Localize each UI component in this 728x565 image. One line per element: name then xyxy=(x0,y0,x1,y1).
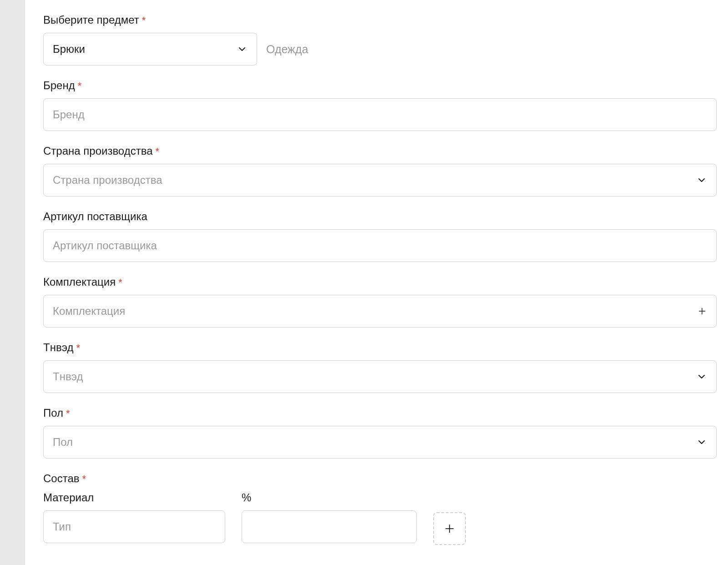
plus-icon xyxy=(443,522,456,535)
item-category-text: Одежда xyxy=(266,43,308,56)
percent-input[interactable] xyxy=(242,510,417,543)
tnved-placeholder: Тнвэд xyxy=(53,370,83,383)
form-container: Выберите предмет * Брюки Одежда Бренд * … xyxy=(25,0,728,565)
label-item-select: Выберите предмет * xyxy=(43,14,717,26)
label-composition: Состав * xyxy=(43,472,717,485)
sidebar-gap xyxy=(0,0,25,565)
equipment-placeholder: Комплектация xyxy=(53,305,125,318)
required-star: * xyxy=(78,80,82,92)
label-text: Пол xyxy=(43,407,63,419)
label-text: Артикул поставщика xyxy=(43,210,147,223)
label-text: Страна производства xyxy=(43,145,153,157)
field-gender: Пол * Пол xyxy=(43,407,717,459)
label-supplier-article: Артикул поставщика xyxy=(43,210,717,223)
add-composition-button[interactable] xyxy=(433,512,466,545)
material-label: Материал xyxy=(43,491,225,504)
item-select-dropdown[interactable]: Брюки xyxy=(43,33,257,66)
field-tnved: Тнвэд * Тнвэд xyxy=(43,341,717,393)
label-gender: Пол * xyxy=(43,407,717,419)
item-select-value: Брюки xyxy=(53,43,85,55)
field-country: Страна производства * Страна производств… xyxy=(43,145,717,197)
field-brand: Бренд * xyxy=(43,79,717,131)
label-text: Выберите предмет xyxy=(43,14,139,26)
required-star: * xyxy=(76,342,80,354)
equipment-input[interactable]: Комплектация xyxy=(43,295,717,328)
tnved-dropdown[interactable]: Тнвэд xyxy=(43,360,717,393)
required-star: * xyxy=(142,15,146,26)
gender-dropdown[interactable]: Пол xyxy=(43,426,717,459)
chevron-down-icon xyxy=(237,44,248,55)
percent-column: % xyxy=(242,491,417,543)
material-column: Материал xyxy=(43,491,225,543)
label-text: Бренд xyxy=(43,79,75,92)
item-select-row: Брюки Одежда xyxy=(43,33,717,66)
material-input[interactable] xyxy=(43,510,225,543)
label-text: Состав xyxy=(43,472,80,485)
chevron-down-icon xyxy=(696,437,707,448)
field-item-select: Выберите предмет * Брюки Одежда xyxy=(43,14,717,66)
required-star: * xyxy=(66,408,70,419)
label-brand: Бренд * xyxy=(43,79,717,92)
field-equipment: Комплектация * Комплектация xyxy=(43,276,717,328)
label-tnved: Тнвэд * xyxy=(43,341,717,354)
chevron-down-icon xyxy=(696,175,707,186)
country-dropdown[interactable]: Страна производства xyxy=(43,164,717,197)
label-equipment: Комплектация * xyxy=(43,276,717,288)
required-star: * xyxy=(156,146,160,157)
chevron-down-icon xyxy=(696,371,707,382)
required-star: * xyxy=(118,277,122,288)
percent-label: % xyxy=(242,491,417,504)
field-supplier-article: Артикул поставщика xyxy=(43,210,717,262)
country-placeholder: Страна производства xyxy=(53,174,162,187)
composition-row: Материал % xyxy=(43,491,717,545)
label-text: Комплектация xyxy=(43,276,116,288)
supplier-article-input[interactable] xyxy=(43,229,717,262)
plus-icon xyxy=(697,306,707,316)
label-text: Тнвэд xyxy=(43,341,73,354)
field-composition: Состав * Материал % xyxy=(43,472,717,545)
brand-input[interactable] xyxy=(43,98,717,131)
required-star: * xyxy=(82,473,86,485)
label-country: Страна производства * xyxy=(43,145,717,157)
gender-placeholder: Пол xyxy=(53,436,73,449)
